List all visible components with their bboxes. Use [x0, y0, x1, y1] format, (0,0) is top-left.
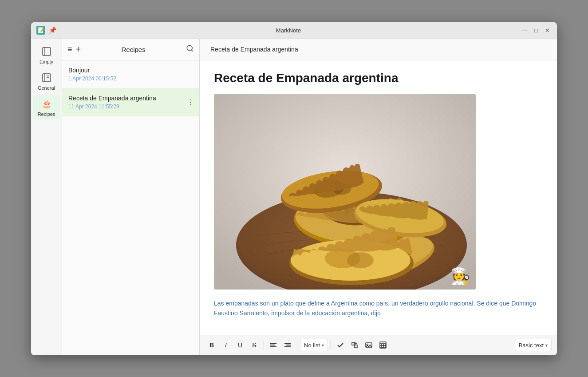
editor-toolbar: B I U S — [200, 335, 557, 355]
recipes-icon: 🎂 — [40, 98, 53, 110]
svg-rect-41 — [286, 345, 291, 345]
note-list-header: ≡ + Recipes — [62, 39, 199, 60]
svg-rect-42 — [284, 346, 291, 347]
minimize-button[interactable]: — — [521, 26, 529, 34]
svg-rect-43 — [352, 342, 355, 345]
svg-rect-0 — [43, 48, 51, 56]
align-right-button[interactable] — [281, 338, 294, 352]
note-title: Receta de Empanada argentina — [68, 95, 193, 102]
list-dropdown-label: No list — [304, 342, 320, 349]
toolbar-divider-1 — [264, 341, 264, 349]
titlebar-title: MarkNote — [276, 27, 301, 34]
svg-rect-39 — [270, 346, 276, 347]
svg-line-7 — [191, 50, 193, 51]
svg-rect-44 — [355, 345, 357, 348]
check-button[interactable] — [334, 338, 347, 352]
italic-button[interactable]: I — [219, 338, 233, 352]
close-button[interactable]: ✕ — [544, 26, 552, 34]
note-list-panel: ≡ + Recipes Bonjour 1 Apr 2024 00:15:52 … — [62, 39, 200, 355]
transform-button[interactable] — [348, 338, 361, 352]
editor-header-title: Receta de Empanada argentina — [210, 46, 298, 53]
toolbar-divider-2 — [297, 341, 297, 349]
bold-button[interactable]: B — [205, 338, 218, 352]
note-more-button[interactable]: ⋮ — [187, 98, 194, 106]
svg-rect-37 — [270, 343, 276, 344]
sidebar-item-empty-label: Empty — [39, 59, 53, 64]
svg-rect-40 — [284, 343, 291, 344]
sidebar-item-recipes[interactable]: 🎂 Recipes — [33, 95, 60, 119]
format-dropdown[interactable]: Basic text ▾ — [515, 339, 552, 351]
app-icon: 📝 — [36, 26, 45, 35]
sidebar-item-general-label: General — [38, 85, 55, 91]
note-date: 1 Apr 2024 00:15:52 — [68, 75, 193, 82]
sidebar: Empty General 🎂 Recipes — [31, 39, 62, 355]
format-dropdown-label: Basic text — [519, 342, 544, 349]
align-left-button[interactable] — [267, 338, 280, 352]
titlebar: 📝 📌 MarkNote — □ ✕ — [31, 22, 557, 39]
menu-button[interactable]: ≡ — [67, 45, 72, 54]
note-title: Bonjour — [68, 67, 193, 74]
titlebar-left: 📝 📌 — [36, 26, 56, 35]
window-controls: — □ ✕ — [521, 26, 552, 34]
empty-icon — [40, 45, 53, 58]
search-button[interactable] — [186, 44, 194, 54]
app-window: 📝 📌 MarkNote — □ ✕ Empty — [31, 22, 557, 355]
add-note-button[interactable]: + — [76, 44, 81, 55]
format-dropdown-arrow: ▾ — [545, 343, 548, 348]
main-area: Empty General 🎂 Recipes — [31, 39, 557, 355]
editor-content[interactable]: Receta de Empanada argentina — [200, 60, 557, 335]
toolbar-divider-3 — [331, 341, 331, 349]
editor-main-title: Receta de Empanada argentina — [214, 71, 543, 85]
sidebar-item-recipes-label: Recipes — [38, 111, 55, 117]
editor-header: Receta de Empanada argentina — [200, 39, 557, 60]
table-button[interactable] — [376, 338, 390, 352]
editor-image: 🧑‍🍳 — [214, 94, 476, 290]
strikethrough-button[interactable]: S — [248, 338, 261, 352]
sidebar-item-general[interactable]: General — [33, 69, 60, 93]
chef-emoji: 🧑‍🍳 — [450, 268, 470, 284]
sidebar-item-empty[interactable]: Empty — [33, 43, 60, 67]
note-list-title: Recipes — [84, 46, 182, 53]
svg-point-35 — [347, 252, 374, 268]
svg-point-6 — [187, 45, 192, 51]
note-item-bonjour[interactable]: Bonjour 1 Apr 2024 00:15:52 ⋮ — [62, 60, 199, 88]
general-icon — [40, 71, 53, 84]
note-item-empanada[interactable]: Receta de Empanada argentina 11 Apr 2024… — [62, 88, 199, 116]
list-dropdown-arrow: ▾ — [322, 343, 324, 348]
list-dropdown[interactable]: No list ▾ — [300, 339, 328, 351]
svg-rect-38 — [270, 345, 275, 345]
image-button[interactable] — [362, 338, 375, 352]
pin-icon[interactable]: 📌 — [49, 27, 56, 34]
underline-button[interactable]: U — [233, 338, 247, 352]
maximize-button[interactable]: □ — [532, 26, 540, 34]
editor-body-text: Las empanadas son un plato que define a … — [214, 298, 543, 318]
note-date: 11 Apr 2024 11:55:29 — [68, 103, 193, 110]
editor-panel: Receta de Empanada argentina Receta de E… — [200, 39, 557, 355]
